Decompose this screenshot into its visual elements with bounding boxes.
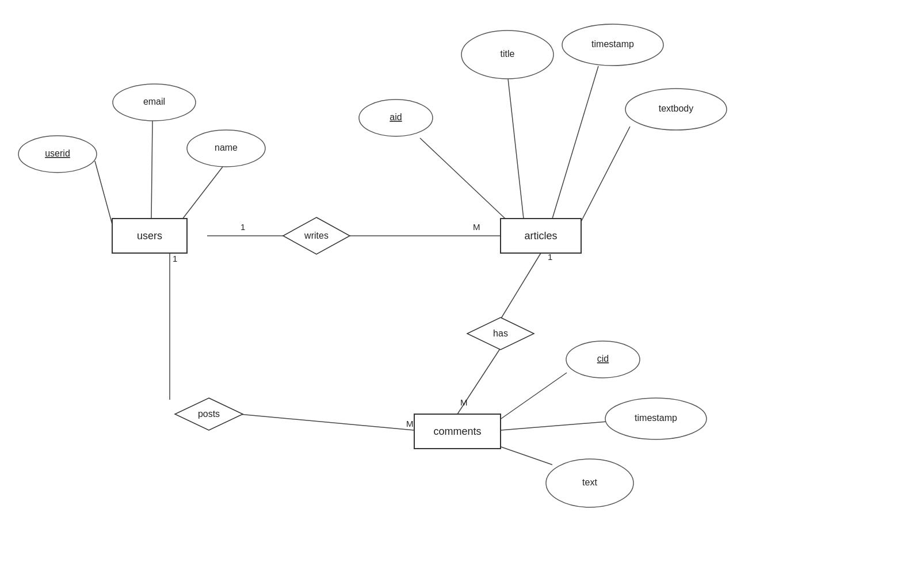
line-users-userid xyxy=(95,161,112,224)
er-diagram: 1 M 1 M 1 M userid email name aid title … xyxy=(0,0,924,574)
entity-users-label: users xyxy=(137,230,162,242)
line-users-email xyxy=(151,121,152,219)
card-writes-articles: M xyxy=(473,222,480,232)
rel-writes-label: writes xyxy=(304,231,329,240)
line-posts-comments xyxy=(239,414,414,430)
card-has-comments: M xyxy=(460,397,468,407)
entity-articles-label: articles xyxy=(524,230,557,242)
attr-timestamp2-label: timestamp xyxy=(635,413,677,423)
attr-text-label: text xyxy=(582,477,597,487)
line-comments-timestamp2 xyxy=(501,422,607,430)
card-posts-comments: M xyxy=(406,419,414,428)
attr-name-label: name xyxy=(215,143,238,152)
line-articles-timestamp1 xyxy=(552,66,598,219)
rel-has-label: has xyxy=(493,328,508,338)
entity-comments-label: comments xyxy=(433,426,481,437)
rel-posts-label: posts xyxy=(198,409,220,419)
card-users-writes: 1 xyxy=(240,222,245,232)
attr-title-label: title xyxy=(501,49,515,59)
attr-userid-label: userid xyxy=(45,148,70,158)
attr-cid-label: cid xyxy=(597,354,609,363)
attr-timestamp1-label: timestamp xyxy=(591,39,634,49)
card-users-posts: 1 xyxy=(173,254,177,263)
line-articles-has xyxy=(501,253,541,319)
line-users-name xyxy=(178,167,223,224)
attr-email-label: email xyxy=(143,97,165,106)
line-comments-cid xyxy=(499,373,567,420)
line-articles-aid xyxy=(420,138,505,219)
line-articles-textbody xyxy=(578,127,630,227)
line-articles-title xyxy=(507,74,524,219)
attr-aid-label: aid xyxy=(390,112,402,122)
attr-textbody-label: textbody xyxy=(659,104,693,113)
